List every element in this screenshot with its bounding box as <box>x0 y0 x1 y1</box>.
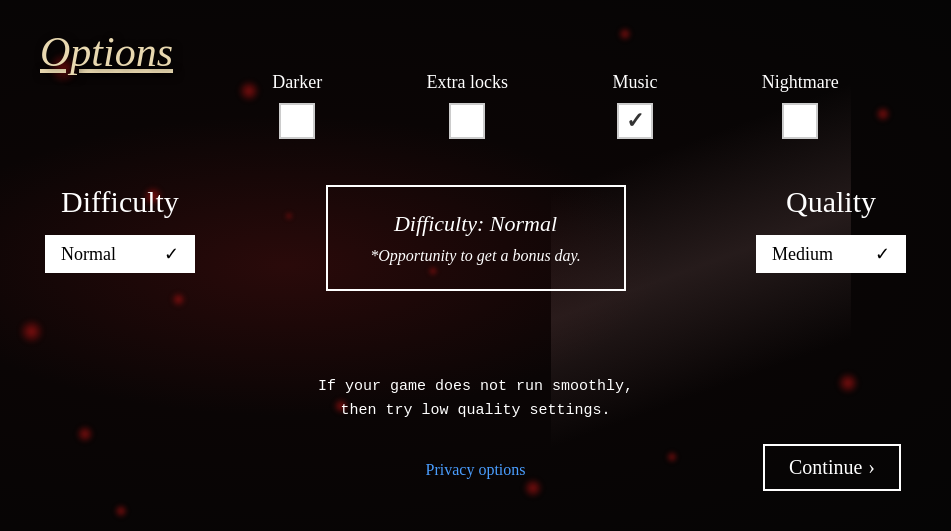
difficulty-arrow: ✓ <box>164 243 179 265</box>
difficulty-value: Normal <box>61 244 116 265</box>
quality-arrow: ✓ <box>875 243 890 265</box>
checkbox-group-music: Music <box>612 72 657 139</box>
checkbox-label: Darker <box>272 72 322 93</box>
quality-section: Quality Medium ✓ <box>751 185 911 273</box>
quality-label: Quality <box>786 185 876 219</box>
info-box-description: *Opportunity to get a bonus day. <box>358 247 594 265</box>
main-area: Difficulty Normal ✓ Difficulty: Normal *… <box>0 185 951 291</box>
checkboxes-row: DarkerExtra locksMusicNightmare <box>220 72 891 139</box>
hint-line1: If your game does not run smoothly, <box>0 375 951 399</box>
privacy-options-link[interactable]: Privacy options <box>0 461 951 479</box>
checkbox-label: Music <box>612 72 657 93</box>
hint-text: If your game does not run smoothly, then… <box>0 375 951 423</box>
quality-value: Medium <box>772 244 833 265</box>
info-box: Difficulty: Normal *Opportunity to get a… <box>326 185 626 291</box>
hint-line2: then try low quality settings. <box>0 399 951 423</box>
checkbox-box-darker[interactable] <box>279 103 315 139</box>
checkbox-box-music[interactable] <box>617 103 653 139</box>
checkbox-group-extra-locks: Extra locks <box>427 72 508 139</box>
difficulty-section: Difficulty Normal ✓ <box>40 185 200 273</box>
checkbox-label: Extra locks <box>427 72 508 93</box>
checkbox-box-nightmare[interactable] <box>782 103 818 139</box>
difficulty-dropdown[interactable]: Normal ✓ <box>45 235 195 273</box>
page-title: Options <box>40 28 173 76</box>
quality-dropdown[interactable]: Medium ✓ <box>756 235 906 273</box>
difficulty-label: Difficulty <box>61 185 179 219</box>
main-content: Options DarkerExtra locksMusicNightmare … <box>0 0 951 531</box>
checkbox-group-darker: Darker <box>272 72 322 139</box>
checkbox-label: Nightmare <box>762 72 839 93</box>
checkbox-group-nightmare: Nightmare <box>762 72 839 139</box>
checkbox-box-extra-locks[interactable] <box>449 103 485 139</box>
info-box-title: Difficulty: Normal <box>358 211 594 237</box>
